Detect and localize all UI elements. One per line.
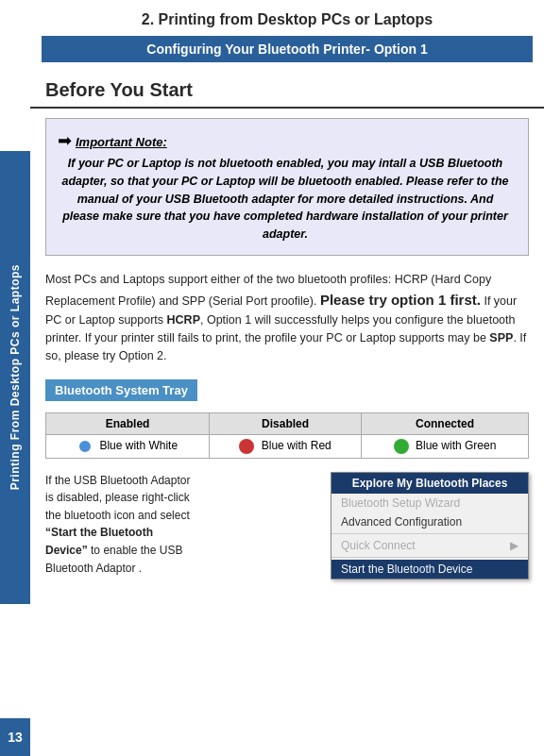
bt-icon-red: [239, 439, 254, 454]
label-blue-green: Blue with Green: [416, 439, 496, 452]
table-cell-enabled: Blue with White: [46, 434, 210, 458]
body-paragraph: Most PCs and Laptops support either of t…: [30, 263, 544, 374]
ctx-divider-2: [332, 557, 528, 558]
submenu-arrow-icon: ▶: [510, 539, 518, 552]
ctx-item-quick-connect[interactable]: Quick Connect ▶: [332, 536, 528, 555]
note-box: ➡Important Note: If your PC or Laptop is…: [45, 118, 529, 256]
main-content: 2. Printing from Desktop PCs or Laptops …: [30, 0, 544, 587]
context-menu: Explore My Bluetooth Places Bluetooth Se…: [331, 472, 529, 580]
body-spp: SPP: [489, 331, 513, 344]
bt-status-table: Enabled Disabled Connected Blue with Whi…: [45, 412, 529, 459]
bottom-line6: Bluetooth Adaptor .: [45, 562, 142, 575]
bottom-line4: “Start the Bluetooth: [45, 526, 153, 539]
bottom-text: If the USB Bluetooth Adaptor is disabled…: [45, 472, 321, 578]
bottom-line5-rest: to enable the USB: [88, 544, 183, 557]
bottom-line1: If the USB Bluetooth Adaptor: [45, 474, 190, 487]
label-blue-white: Blue with White: [99, 439, 178, 452]
chapter-title: 2. Printing from Desktop PCs or Laptops: [42, 8, 533, 32]
bt-tray-label-text: Bluetooth System Tray: [45, 379, 197, 401]
table-header-disabled: Disabled: [210, 412, 362, 434]
body-bold-large: Please try option 1 first.: [320, 292, 481, 308]
bt-tray-label: Bluetooth System Tray: [30, 374, 544, 407]
table-header-enabled: Enabled: [46, 412, 210, 434]
ctx-item-start-bt[interactable]: Start the Bluetooth Device: [332, 560, 528, 579]
note-arrow-icon: ➡: [58, 130, 72, 151]
body-hcrp: HCRP: [167, 313, 200, 327]
table-row: Blue with White Blue with Red Blue with …: [46, 434, 529, 458]
side-tab: Printing From Desktop PCs or Laptops: [0, 151, 30, 604]
bt-icon-green: [394, 439, 409, 454]
page-number: 13: [0, 718, 30, 756]
table-header-connected: Connected: [362, 412, 529, 434]
bt-icon-blue: [77, 439, 93, 454]
table-cell-disabled: Blue with Red: [210, 434, 362, 458]
ctx-header: Explore My Bluetooth Places: [332, 473, 528, 494]
ctx-divider-1: [332, 533, 528, 534]
note-text: If your PC or Laptop is not bluetooth en…: [58, 155, 513, 244]
top-header: 2. Printing from Desktop PCs or Laptops …: [30, 0, 544, 66]
ctx-item-wizard[interactable]: Bluetooth Setup Wizard: [332, 494, 528, 512]
ctx-item-advanced[interactable]: Advanced Configuration: [332, 512, 528, 531]
label-blue-red: Blue with Red: [262, 439, 332, 452]
side-tab-label: Printing From Desktop PCs or Laptops: [8, 264, 22, 490]
note-title: Important Note:: [76, 135, 167, 149]
section-header: Configuring Your Bluetooth Printer- Opti…: [42, 36, 533, 62]
table-cell-connected: Blue with Green: [362, 434, 529, 458]
note-header: ➡Important Note:: [58, 130, 513, 151]
section-title: Before You Start: [30, 66, 544, 109]
bottom-line3: the bluetooth icon and select: [45, 509, 190, 522]
bottom-line2: is disabled, please right-click: [45, 491, 190, 504]
bottom-line5-bold: Device”: [45, 544, 88, 557]
bottom-section: If the USB Bluetooth Adaptor is disabled…: [30, 464, 544, 587]
